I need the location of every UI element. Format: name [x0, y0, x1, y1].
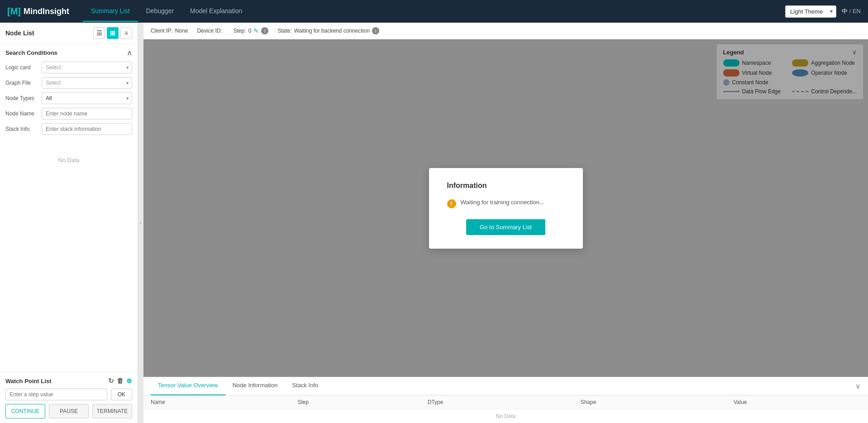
graph-file-label: Graph File [5, 80, 42, 86]
logic-card-select[interactable]: Select [42, 62, 132, 73]
bottom-panel: Tensor Value Overview Node Information S… [143, 377, 868, 423]
nav-debugger[interactable]: Debugger [138, 1, 182, 22]
node-types-row: Node Types All [5, 92, 132, 104]
step-label: Step: [234, 28, 246, 34]
col-value: Value [726, 395, 868, 409]
node-list-title: Node List [5, 29, 34, 37]
logic-card-select-wrapper: Select [42, 62, 132, 73]
node-name-input[interactable] [42, 108, 132, 120]
logic-card-label: Logic card [5, 64, 42, 71]
step-row: OK [5, 389, 132, 400]
top-bar: Client IP: None Device ID: Step: 0 ✎ i S… [143, 23, 868, 39]
list-view-icon[interactable]: ☰ [93, 27, 105, 39]
stack-info-input[interactable] [42, 123, 132, 135]
step-input[interactable] [5, 389, 107, 400]
node-list-header: Node List ☰ ⊞ ≡ [0, 23, 138, 44]
watch-point-section: Watch Point List ↻ 🗑 ⊕ OK CONTINUE PAUSE… [0, 372, 138, 423]
edit-step-icon[interactable]: ✎ [253, 27, 259, 34]
view-icons-group: ☰ ⊞ ≡ [93, 27, 132, 39]
client-ip-item: Client IP: None [151, 28, 188, 34]
modal-message: ! Waiting for training connection... [447, 199, 565, 208]
brand-name: MindInsight [24, 7, 69, 16]
search-conditions-title: Search Conditions [5, 49, 57, 56]
col-dtype: DType [420, 395, 573, 409]
bottom-table: Name Step DType Shape Value No Data [143, 395, 868, 423]
node-name-row: Node Name [5, 108, 132, 120]
col-name: Name [143, 395, 290, 409]
delete-icon[interactable]: 🗑 [117, 377, 124, 385]
state-info-icon[interactable]: i [372, 27, 379, 34]
graph-area: Legend ∨ Namespace Aggregation Node Virt… [143, 39, 868, 377]
node-types-label: Node Types [5, 95, 42, 101]
tab-node-information[interactable]: Node Information [225, 377, 285, 395]
device-id-item: Device ID: [197, 28, 224, 34]
theme-select[interactable]: Light Theme [785, 5, 836, 18]
node-types-select-wrapper: All [42, 92, 132, 104]
graph-file-row: Graph File Select [5, 77, 132, 89]
lang-zh[interactable]: 中 [842, 8, 848, 14]
state-label: State: [277, 28, 291, 34]
logo-bracket: [M] [7, 6, 21, 17]
client-ip-value: None [175, 28, 188, 34]
state-value: Waiting for backend connection [294, 28, 370, 34]
modal-title: Information [447, 182, 565, 190]
modal-overlay: Information ! Waiting for training conne… [143, 39, 868, 377]
nav-model-explanation[interactable]: Model Explanation [182, 1, 250, 22]
lang-en[interactable]: EN [853, 8, 861, 14]
col-step: Step [290, 395, 420, 409]
grid-view-icon[interactable]: ⊞ [107, 27, 119, 39]
right-panel: Client IP: None Device ID: Step: 0 ✎ i S… [143, 23, 868, 423]
refresh-icon[interactable]: ↻ [108, 377, 114, 385]
table-no-data: No Data [143, 409, 868, 423]
node-types-select[interactable]: All [42, 92, 132, 104]
node-list-no-data: No Data [0, 143, 138, 177]
left-panel: Node List ☰ ⊞ ≡ Search Conditions ∧ Logi… [0, 23, 138, 423]
step-info-icon[interactable]: i [261, 27, 268, 34]
topnav-right: Light Theme 中 / EN [785, 5, 861, 18]
col-shape: Shape [573, 395, 726, 409]
watch-point-title: Watch Point List [5, 378, 51, 385]
pause-button[interactable]: PAUSE [49, 404, 89, 418]
theme-selector-wrapper: Light Theme [785, 5, 836, 18]
app-logo: [M] MindInsight [7, 6, 69, 17]
terminate-button[interactable]: TERMINATE [92, 404, 132, 418]
top-navigation: [M] MindInsight Summary List Debugger Mo… [0, 0, 868, 23]
watch-icons: ↻ 🗑 ⊕ [108, 377, 132, 385]
go-to-summary-button[interactable]: Go to Summary List [466, 219, 545, 235]
nav-summary-list[interactable]: Summary List [83, 1, 138, 22]
bottom-panel-collapse[interactable]: ∨ [855, 377, 861, 395]
bottom-tabs: Tensor Value Overview Node Information S… [143, 377, 868, 395]
warning-icon: ! [447, 199, 456, 208]
ok-button[interactable]: OK [111, 389, 132, 400]
stack-info-label: Stack Info [5, 126, 42, 132]
graph-file-select-wrapper: Select [42, 77, 132, 89]
add-watch-icon[interactable]: ⊕ [126, 377, 132, 385]
graph-file-select[interactable]: Select [42, 77, 132, 89]
lang-separator: / [849, 8, 853, 14]
node-name-label: Node Name [5, 111, 42, 117]
collapse-handle[interactable]: ‹ [138, 23, 143, 423]
search-conditions-header: Search Conditions ∧ [5, 48, 132, 57]
device-id-label: Device ID: [197, 28, 222, 34]
tab-stack-info[interactable]: Stack Info [285, 377, 325, 395]
search-conditions: Search Conditions ∧ Logic card Select Gr… [0, 44, 138, 143]
action-buttons: CONTINUE PAUSE TERMINATE [5, 404, 132, 418]
watch-point-header: Watch Point List ↻ 🗑 ⊕ [5, 377, 132, 385]
logic-card-row: Logic card Select [5, 62, 132, 73]
stack-info-row: Stack Info [5, 123, 132, 135]
client-ip-label: Client IP: [151, 28, 173, 34]
continue-button[interactable]: CONTINUE [5, 404, 45, 418]
language-switch: 中 / EN [842, 7, 861, 15]
main-layout: Node List ☰ ⊞ ≡ Search Conditions ∧ Logi… [0, 23, 868, 423]
modal-dialog: Information ! Waiting for training conne… [429, 168, 583, 249]
main-nav: Summary List Debugger Model Explanation [83, 1, 250, 22]
step-value: 0 [248, 28, 252, 34]
collapse-icon[interactable]: ∧ [127, 48, 132, 57]
modal-message-text: Waiting for training connection... [461, 199, 544, 206]
tab-tensor-value[interactable]: Tensor Value Overview [151, 377, 225, 395]
step-item: Step: 0 ✎ i [234, 27, 269, 34]
state-item: State: Waiting for backend connection i [277, 27, 379, 34]
menu-view-icon[interactable]: ≡ [120, 27, 132, 39]
